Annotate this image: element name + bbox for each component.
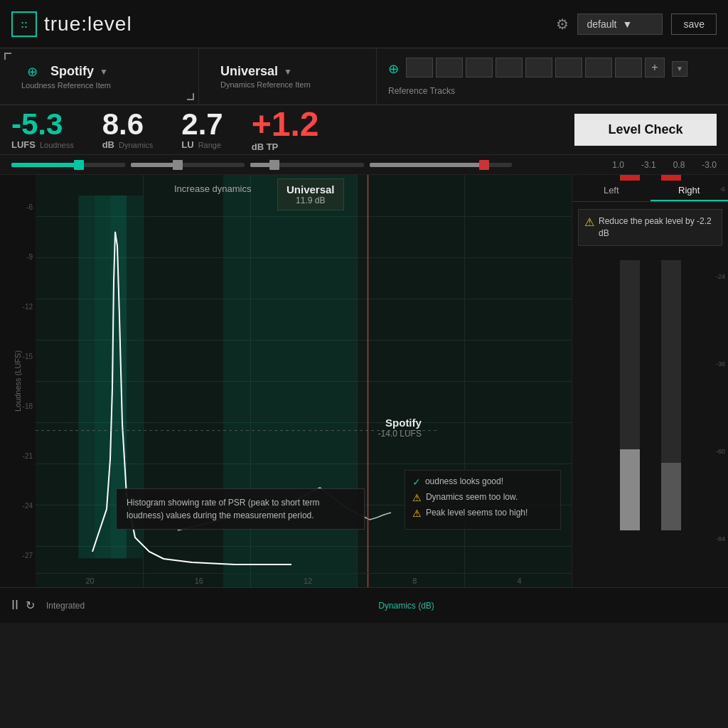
track-btn-2[interactable] <box>436 58 463 77</box>
x-label-20: 20 <box>86 577 95 585</box>
track-btn-1[interactable] <box>406 58 433 77</box>
corner-br-decoration <box>187 93 194 100</box>
track-btn-3[interactable] <box>466 58 493 77</box>
universal-popup-title: Universal <box>287 183 335 196</box>
y-label-neg24: -24 <box>23 502 33 510</box>
save-button[interactable]: save <box>671 14 717 35</box>
play-pause-button[interactable]: II <box>11 598 18 613</box>
logo-text: true:level <box>44 13 132 36</box>
dynamics-name: Dynamics <box>119 141 153 149</box>
reference-tracks-section: ⊕ + ▼ Reference Tracks <box>377 48 728 105</box>
corner-tl-decoration <box>4 53 11 60</box>
x-label-12: 12 <box>304 577 312 585</box>
loudness-unit: LUFS <box>11 139 36 150</box>
dynamics-warn-text: Dynamics seem too low. <box>426 492 518 502</box>
r-axis-neg6: -6 <box>705 186 725 193</box>
spotify-name: Spotify <box>378 417 422 429</box>
dropdown-arrow-icon: ▼ <box>622 18 632 30</box>
level-check-button[interactable]: Level Check <box>574 114 717 146</box>
loudness-ref-section: ⊕ Spotify ▼ Loudness Reference Item <box>0 48 199 105</box>
x-axis-labels: 20 16 12 8 4 <box>36 573 572 587</box>
dynamics-unit: dB <box>102 139 114 150</box>
r-axis-neg84: -84 <box>705 535 725 542</box>
loudness-dropdown[interactable]: Spotify ▼ <box>41 64 108 79</box>
loop-button[interactable]: ↻ <box>26 599 35 612</box>
chart-area: Increase dynamics Universal 11.9 dB Spot… <box>36 175 572 587</box>
r-axis-neg60: -60 <box>705 448 725 455</box>
tp-slider[interactable] <box>370 163 512 167</box>
svg-rect-0 <box>78 196 95 558</box>
dynamics-dropdown[interactable]: Universal ▼ <box>210 64 365 79</box>
track-btn-4[interactable] <box>496 58 523 77</box>
track-btn-6[interactable] <box>555 58 582 77</box>
universal-popup: Universal 11.9 dB <box>277 178 344 210</box>
peak-warn-message: ⚠ Peak level seems too high! <box>412 508 553 519</box>
y-label-neg21: -21 <box>23 452 33 460</box>
slider-row: 1.0 -3.1 0.8 -3.0 <box>0 155 728 175</box>
r-axis-neg24: -24 <box>705 273 725 280</box>
level-check-numbers: 1.0 -3.1 0.8 -3.0 <box>612 160 717 170</box>
tooltip-panel: Histogram showing rate of PSR (peak to s… <box>116 488 365 530</box>
x-label-16: 16 <box>195 577 203 585</box>
y-label-neg18: -18 <box>23 402 33 410</box>
tp-value: +1.2 <box>252 107 319 141</box>
y-label-neg12: -12 <box>23 303 33 311</box>
meters-row: -5.3 LUFS Loudness 8.6 dB Dynamics 2.7 L… <box>0 105 728 155</box>
tracks-dropdown-arrow[interactable]: ▼ <box>672 61 687 77</box>
track-btn-5[interactable] <box>525 58 552 77</box>
loudness-meter: -5.3 LUFS Loudness <box>11 109 74 150</box>
add-track-button[interactable]: + <box>645 58 665 77</box>
universal-popup-value: 11.9 dB <box>287 196 335 205</box>
settings-icon[interactable]: ⚙ <box>556 16 569 33</box>
spotify-label: Spotify -14.0 LUFS <box>378 417 422 439</box>
loudness-ok-message: ✓ oudness looks good! <box>412 476 553 488</box>
loudness-slider[interactable] <box>11 163 125 167</box>
tp-unit: dB TP <box>252 141 279 152</box>
left-peak-bar <box>620 175 640 181</box>
increase-dynamics-label: Increase dynamics <box>174 183 251 194</box>
left-meter-bar <box>620 260 640 530</box>
tab-left[interactable]: Left <box>572 181 651 201</box>
integrated-label: Integrated <box>46 601 85 611</box>
dynamics-value: 8.6 <box>102 109 154 139</box>
messages-overlay: ✓ oudness looks good! ⚠ Dynamics seem to… <box>405 470 561 530</box>
reference-bar: ⊕ Spotify ▼ Loudness Reference Item Univ… <box>0 48 728 105</box>
crosshair-icon: ⊕ <box>27 64 38 80</box>
header-right: ⚙ default ▼ save <box>556 14 717 35</box>
dynamics-meter: 8.6 dB Dynamics <box>102 109 154 150</box>
dynamics-arrow-icon: ▼ <box>284 67 292 77</box>
preset-label: default <box>587 18 616 30</box>
loudness-ok-text: oudness looks good! <box>425 476 503 486</box>
track-buttons: + <box>406 58 665 77</box>
tracks-crosshair-icon: ⊕ <box>388 61 399 77</box>
reference-tracks-label: Reference Tracks <box>388 86 717 96</box>
peak-warn-text: Peak level seems too high! <box>426 508 528 518</box>
loudness-ref-label: Loudness Reference Item <box>11 81 187 90</box>
track-btn-7[interactable] <box>585 58 612 77</box>
r-axis-neg36: -36 <box>705 360 725 368</box>
range-meter: 2.7 LU Range <box>181 109 223 150</box>
ok-icon: ✓ <box>412 476 421 488</box>
range-slider[interactable] <box>250 163 364 167</box>
warning-icon-1: ⚠ <box>412 492 422 503</box>
track-btn-8[interactable] <box>615 58 642 77</box>
y-axis: -6 -9 -12 -15 -18 -21 -24 -27 Loudness (… <box>0 175 36 587</box>
warning-box-icon: ⚠ <box>584 215 594 229</box>
x-label-8: 8 <box>412 577 417 585</box>
tp-meter: +1.2 dB TP <box>252 107 319 152</box>
dynamics-slider[interactable] <box>131 163 245 167</box>
x-label-4: 4 <box>517 577 521 585</box>
loudness-name: Loudness <box>40 141 74 149</box>
logo-icon: :: <box>11 11 37 37</box>
preset-dropdown[interactable]: default ▼ <box>577 14 663 35</box>
y-label-neg15: -15 <box>23 353 33 360</box>
range-name: Range <box>198 141 221 149</box>
loudness-value: -5.3 <box>11 109 74 139</box>
svg-rect-1 <box>95 196 111 558</box>
right-panel: Left Right ⚠ Reduce the peak level by -2… <box>572 175 728 587</box>
spotify-lufs: -14.0 LUFS <box>378 429 422 439</box>
lc-num-3: 0.8 <box>673 160 685 170</box>
y-label-neg27: -27 <box>23 552 33 560</box>
lc-num-2: -3.1 <box>641 160 656 170</box>
bottom-controls: II ↻ <box>11 598 35 613</box>
